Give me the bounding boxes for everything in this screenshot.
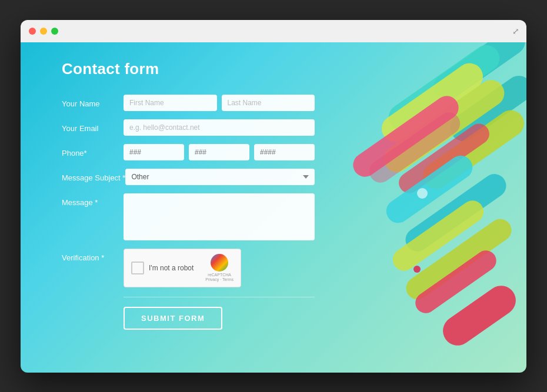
email-input[interactable]	[124, 119, 315, 136]
message-textarea[interactable]	[124, 193, 315, 240]
phone-inputs	[124, 144, 315, 160]
browser-bar: ⤢	[21, 20, 526, 42]
close-button[interactable]	[29, 28, 36, 35]
minimize-button[interactable]	[40, 28, 47, 35]
phone-input-1[interactable]	[124, 144, 184, 160]
message-label: Message *	[62, 193, 124, 207]
phone-input-3[interactable]	[254, 144, 315, 160]
recaptcha-checkbox[interactable]	[131, 262, 144, 274]
subject-inputs: General Inquiry Support Sales Other	[125, 169, 315, 185]
recaptcha-logo: reCAPTCHAPrivacy · Terms	[205, 254, 234, 283]
message-row: Message *	[62, 193, 315, 240]
email-inputs	[124, 119, 315, 136]
maximize-button[interactable]	[51, 28, 58, 35]
recaptcha-label: I'm not a robot	[149, 264, 201, 272]
email-label: Your Email	[62, 119, 124, 133]
recaptcha-branding: reCAPTCHAPrivacy · Terms	[205, 273, 234, 283]
decorative-background	[303, 42, 526, 373]
recaptcha-container[interactable]: I'm not a robot reCAPTCHAPrivacy · Terms	[124, 249, 241, 288]
email-row: Your Email	[62, 119, 315, 136]
recaptcha-logo-image	[211, 254, 228, 272]
phone-label: Phone*	[62, 144, 124, 158]
subject-row: Message Subject * General Inquiry Suppor…	[62, 169, 315, 185]
browser-window: ⤢	[21, 20, 526, 373]
message-inputs	[124, 193, 315, 240]
expand-icon[interactable]: ⤢	[512, 26, 519, 36]
name-row: Your Name	[62, 95, 315, 111]
first-name-input[interactable]	[124, 95, 217, 111]
browser-content: Contact form Your Name Your Email Phone*	[21, 42, 526, 373]
subject-label: Message Subject *	[62, 169, 125, 182]
phone-input-2[interactable]	[189, 144, 249, 160]
name-inputs	[124, 95, 315, 111]
name-label: Your Name	[62, 95, 124, 108]
verification-label: Verification *	[62, 249, 124, 262]
contact-form: Contact form Your Name Your Email Phone*	[62, 60, 315, 330]
verification-row: Verification * I'm not a robot reCAPTCHA…	[62, 249, 315, 288]
submit-button[interactable]: SUBMIT FORM	[124, 307, 222, 330]
form-divider	[124, 297, 315, 297]
phone-row: Phone*	[62, 144, 315, 160]
form-title: Contact form	[62, 60, 315, 78]
subject-select[interactable]: General Inquiry Support Sales Other	[125, 169, 315, 185]
recaptcha-widget[interactable]: I'm not a robot reCAPTCHAPrivacy · Terms	[124, 249, 241, 288]
last-name-input[interactable]	[222, 95, 315, 111]
